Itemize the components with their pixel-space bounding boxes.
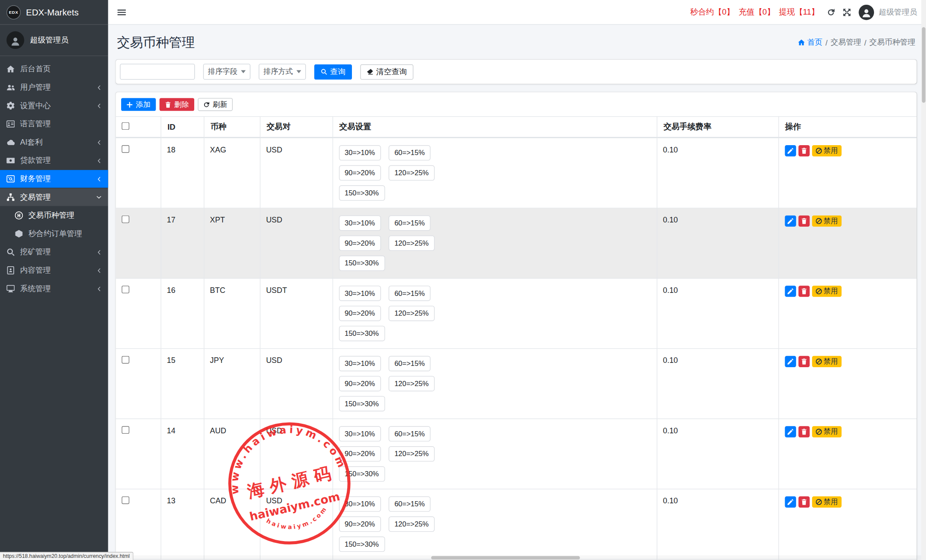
trade-setting-button[interactable]: 30=>10% bbox=[339, 216, 381, 231]
notif-deposit[interactable]: 充值【0】 bbox=[739, 7, 775, 18]
disable-button[interactable]: 禁用 bbox=[812, 426, 841, 437]
sidebar-item-loans[interactable]: 贷款管理 bbox=[0, 152, 108, 169]
trade-setting-button[interactable]: 30=>10% bbox=[339, 286, 381, 301]
edit-button[interactable] bbox=[785, 145, 796, 156]
delete-button[interactable]: 删除 bbox=[159, 98, 194, 111]
edit-button[interactable] bbox=[785, 356, 796, 367]
sidebar-item-dashboard[interactable]: 后台首页 bbox=[0, 60, 108, 78]
sidebar-item-finance[interactable]: 财务管理 bbox=[0, 170, 108, 188]
row-delete-button[interactable] bbox=[798, 216, 810, 227]
row-delete-button[interactable] bbox=[798, 356, 810, 367]
edit-button[interactable] bbox=[785, 496, 796, 508]
fullscreen-icon[interactable] bbox=[843, 8, 851, 16]
cell-coin: XPT bbox=[204, 208, 260, 278]
select-all-checkbox[interactable] bbox=[122, 122, 129, 130]
trade-setting-button[interactable]: 30=>10% bbox=[339, 145, 381, 161]
menu-toggle-icon[interactable] bbox=[117, 7, 126, 17]
user-avatar bbox=[859, 4, 874, 20]
vertical-scrollbar[interactable] bbox=[921, 0, 926, 560]
notif-withdraw[interactable]: 提现【11】 bbox=[779, 7, 819, 18]
notification-links[interactable]: 秒合约【0】 充值【0】 提现【11】 bbox=[690, 7, 819, 18]
row-checkbox[interactable] bbox=[122, 356, 129, 364]
filter-bar: 排序字段 排序方式 查询 清空查询 bbox=[116, 60, 917, 84]
trade-setting-button[interactable]: 150=>30% bbox=[339, 396, 385, 411]
trade-setting-button[interactable]: 150=>30% bbox=[339, 466, 385, 482]
disable-button[interactable]: 禁用 bbox=[812, 145, 841, 156]
sidebar-item-ai-arbitrage[interactable]: AI套利 bbox=[0, 134, 108, 151]
clear-search-button[interactable]: 清空查询 bbox=[360, 64, 413, 79]
refresh-button[interactable]: 刷新 bbox=[198, 98, 232, 111]
horizontal-scrollbar[interactable] bbox=[108, 555, 922, 560]
trade-setting-button[interactable]: 60=>15% bbox=[388, 286, 431, 301]
sidebar-item-settings[interactable]: 设置中心 bbox=[0, 97, 108, 114]
sidebar-subitem-seconds-orders[interactable]: 秒合约订单管理 bbox=[0, 225, 108, 243]
sort-field-select[interactable]: 排序字段 bbox=[203, 64, 251, 79]
trade-setting-button[interactable]: 60=>15% bbox=[388, 356, 431, 371]
trade-setting-button[interactable]: 90=>20% bbox=[339, 306, 381, 321]
col-header-fee: 交易手续费率 bbox=[657, 116, 778, 137]
row-checkbox[interactable] bbox=[122, 426, 129, 434]
trade-setting-button[interactable]: 90=>20% bbox=[339, 235, 381, 251]
row-delete-button[interactable] bbox=[798, 145, 810, 156]
search-button[interactable]: 查询 bbox=[314, 64, 352, 79]
sidebar-item-mining[interactable]: 挖矿管理 bbox=[0, 243, 108, 261]
row-checkbox[interactable] bbox=[122, 145, 129, 153]
sidebar-item-trade[interactable]: 交易管理 bbox=[0, 188, 108, 206]
trade-setting-button[interactable]: 120=>25% bbox=[388, 376, 434, 391]
disable-button[interactable]: 禁用 bbox=[812, 356, 841, 367]
keyword-input[interactable] bbox=[120, 64, 195, 79]
disable-button[interactable]: 禁用 bbox=[812, 216, 841, 227]
disable-button[interactable]: 禁用 bbox=[812, 286, 841, 297]
sidebar-item-content[interactable]: 内容管理 bbox=[0, 262, 108, 279]
edit-button[interactable] bbox=[785, 286, 796, 297]
notif-seconds-contract[interactable]: 秒合约【0】 bbox=[690, 7, 734, 18]
trade-setting-button[interactable]: 90=>20% bbox=[339, 376, 381, 391]
add-button[interactable]: 添加 bbox=[121, 98, 156, 111]
trade-setting-button[interactable]: 150=>30% bbox=[339, 536, 385, 552]
refresh-icon[interactable] bbox=[827, 8, 835, 16]
trade-setting-button[interactable]: 90=>20% bbox=[339, 165, 381, 181]
row-checkbox[interactable] bbox=[122, 496, 129, 504]
row-delete-button[interactable] bbox=[798, 496, 810, 508]
trade-setting-button[interactable]: 150=>30% bbox=[339, 256, 385, 271]
trade-setting-button[interactable]: 30=>10% bbox=[339, 496, 381, 512]
trade-setting-button[interactable]: 120=>25% bbox=[388, 446, 434, 462]
row-checkbox[interactable] bbox=[122, 286, 129, 293]
trade-setting-button[interactable]: 60=>15% bbox=[388, 426, 431, 441]
sidebar-item-users[interactable]: 用户管理 bbox=[0, 79, 108, 96]
vertical-scrollbar-thumb[interactable] bbox=[922, 27, 925, 103]
trade-setting-button[interactable]: 30=>10% bbox=[339, 426, 381, 441]
sidebar-subitem-currency[interactable]: 交易币种管理 bbox=[0, 207, 108, 224]
breadcrumb-item: 交易管理 bbox=[831, 37, 861, 48]
cell-id: 18 bbox=[161, 137, 204, 208]
horizontal-scrollbar-thumb[interactable] bbox=[431, 556, 580, 560]
trade-settings: 30=>10% 60=>15% 90=>20% 120=>25% 150=>30… bbox=[339, 286, 446, 341]
brand[interactable]: EDX EDX-Markets bbox=[0, 0, 108, 25]
trade-setting-button[interactable]: 30=>10% bbox=[339, 356, 381, 371]
row-delete-button[interactable] bbox=[798, 286, 810, 297]
disable-button[interactable]: 禁用 bbox=[812, 496, 841, 508]
breadcrumb-home-link[interactable]: 首页 bbox=[798, 37, 822, 48]
trade-setting-button[interactable]: 120=>25% bbox=[388, 235, 434, 251]
col-header-coin: 币种 bbox=[204, 116, 260, 137]
trade-setting-button[interactable]: 120=>25% bbox=[388, 306, 434, 321]
trade-setting-button[interactable]: 120=>25% bbox=[388, 165, 434, 181]
row-checkbox[interactable] bbox=[122, 216, 129, 223]
trade-settings: 30=>10% 60=>15% 90=>20% 120=>25% 150=>30… bbox=[339, 216, 446, 271]
sort-order-select[interactable]: 排序方式 bbox=[259, 64, 306, 79]
table-row: 16 BTC USDT 30=>10% 60=>15% 90=>20% 120=… bbox=[116, 278, 917, 349]
edit-button[interactable] bbox=[785, 216, 796, 227]
trade-setting-button[interactable]: 60=>15% bbox=[388, 496, 431, 512]
trade-setting-button[interactable]: 150=>30% bbox=[339, 326, 385, 341]
trade-setting-button[interactable]: 90=>20% bbox=[339, 446, 381, 462]
sidebar-item-language[interactable]: 语言管理 bbox=[0, 115, 108, 133]
trade-setting-button[interactable]: 90=>20% bbox=[339, 517, 381, 532]
sidebar-item-system[interactable]: 系统管理 bbox=[0, 280, 108, 297]
trade-setting-button[interactable]: 150=>30% bbox=[339, 186, 385, 201]
topbar-user[interactable]: 超级管理员 bbox=[859, 4, 917, 20]
trade-setting-button[interactable]: 60=>15% bbox=[388, 145, 431, 161]
trade-setting-button[interactable]: 60=>15% bbox=[388, 216, 431, 231]
trade-setting-button[interactable]: 120=>25% bbox=[388, 517, 434, 532]
edit-button[interactable] bbox=[785, 426, 796, 437]
row-delete-button[interactable] bbox=[798, 426, 810, 437]
